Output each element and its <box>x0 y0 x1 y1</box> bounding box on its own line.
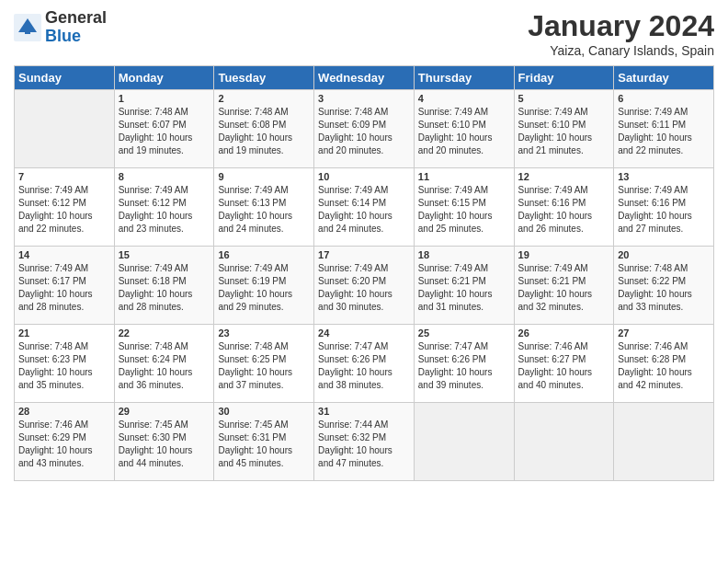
cell-content: Sunrise: 7:49 AM Sunset: 6:12 PM Dayligh… <box>119 184 210 236</box>
month-title: January 2024 <box>528 9 714 43</box>
day-number: 8 <box>119 171 210 182</box>
logo-text: General Blue <box>45 9 107 46</box>
cell-content: Sunrise: 7:48 AM Sunset: 6:24 PM Dayligh… <box>119 340 210 392</box>
day-number: 15 <box>119 249 210 260</box>
cell-content: Sunrise: 7:48 AM Sunset: 6:23 PM Dayligh… <box>18 340 110 392</box>
table-row: 28Sunrise: 7:46 AM Sunset: 6:29 PM Dayli… <box>15 403 115 481</box>
cell-content: Sunrise: 7:45 AM Sunset: 6:30 PM Dayligh… <box>119 419 210 470</box>
calendar-week-row: 1Sunrise: 7:48 AM Sunset: 6:07 PM Daylig… <box>15 90 714 168</box>
calendar-week-row: 14Sunrise: 7:49 AM Sunset: 6:17 PM Dayli… <box>15 247 714 325</box>
day-number: 6 <box>618 93 710 104</box>
cell-content: Sunrise: 7:47 AM Sunset: 6:26 PM Dayligh… <box>418 340 510 392</box>
cell-content: Sunrise: 7:49 AM Sunset: 6:19 PM Dayligh… <box>218 262 310 314</box>
header: General Blue January 2024 Yaiza, Canary … <box>14 9 714 58</box>
cell-content: Sunrise: 7:49 AM Sunset: 6:21 PM Dayligh… <box>418 262 510 314</box>
day-number: 25 <box>418 327 510 339</box>
table-row: 29Sunrise: 7:45 AM Sunset: 6:30 PM Dayli… <box>114 403 214 481</box>
header-wednesday: Wednesday <box>314 66 415 90</box>
table-row: 16Sunrise: 7:49 AM Sunset: 6:19 PM Dayli… <box>214 247 314 325</box>
calendar-page: General Blue January 2024 Yaiza, Canary … <box>0 0 728 563</box>
table-row: 23Sunrise: 7:48 AM Sunset: 6:25 PM Dayli… <box>214 325 314 403</box>
table-row: 10Sunrise: 7:49 AM Sunset: 6:14 PM Dayli… <box>314 168 415 247</box>
table-row: 3Sunrise: 7:48 AM Sunset: 6:09 PM Daylig… <box>314 90 415 168</box>
day-number: 4 <box>418 93 510 104</box>
cell-content: Sunrise: 7:49 AM Sunset: 6:15 PM Dayligh… <box>418 184 510 236</box>
day-number: 16 <box>218 249 310 260</box>
table-row: 14Sunrise: 7:49 AM Sunset: 6:17 PM Dayli… <box>15 247 115 325</box>
cell-content: Sunrise: 7:49 AM Sunset: 6:13 PM Dayligh… <box>218 184 310 236</box>
table-row: 31Sunrise: 7:44 AM Sunset: 6:32 PM Dayli… <box>314 403 415 481</box>
header-tuesday: Tuesday <box>214 66 314 90</box>
cell-content: Sunrise: 7:48 AM Sunset: 6:07 PM Dayligh… <box>119 106 210 157</box>
day-number: 26 <box>518 327 610 339</box>
day-number: 7 <box>18 171 110 182</box>
header-saturday: Saturday <box>614 66 714 90</box>
table-row: 21Sunrise: 7:48 AM Sunset: 6:23 PM Dayli… <box>15 325 115 403</box>
day-number: 29 <box>119 406 210 417</box>
table-row: 7Sunrise: 7:49 AM Sunset: 6:12 PM Daylig… <box>15 168 115 247</box>
calendar-week-row: 28Sunrise: 7:46 AM Sunset: 6:29 PM Dayli… <box>15 403 714 481</box>
table-row: 6Sunrise: 7:49 AM Sunset: 6:11 PM Daylig… <box>614 90 714 168</box>
day-number: 11 <box>418 171 510 182</box>
table-row <box>15 90 115 168</box>
cell-content: Sunrise: 7:49 AM Sunset: 6:10 PM Dayligh… <box>518 106 610 157</box>
cell-content: Sunrise: 7:49 AM Sunset: 6:11 PM Dayligh… <box>618 106 710 157</box>
table-row: 22Sunrise: 7:48 AM Sunset: 6:24 PM Dayli… <box>114 325 214 403</box>
table-row: 9Sunrise: 7:49 AM Sunset: 6:13 PM Daylig… <box>214 168 314 247</box>
day-number: 18 <box>418 249 510 260</box>
calendar-week-row: 7Sunrise: 7:49 AM Sunset: 6:12 PM Daylig… <box>15 168 714 247</box>
header-monday: Monday <box>114 66 214 90</box>
day-number: 1 <box>119 93 210 104</box>
table-row: 15Sunrise: 7:49 AM Sunset: 6:18 PM Dayli… <box>114 247 214 325</box>
header-sunday: Sunday <box>15 66 115 90</box>
header-thursday: Thursday <box>414 66 514 90</box>
table-row: 27Sunrise: 7:46 AM Sunset: 6:28 PM Dayli… <box>614 325 714 403</box>
day-number: 17 <box>318 249 410 260</box>
day-number: 13 <box>618 171 710 182</box>
title-block: January 2024 Yaiza, Canary Islands, Spai… <box>528 9 714 58</box>
svg-rect-2 <box>25 25 30 34</box>
day-number: 14 <box>18 249 110 260</box>
day-number: 3 <box>318 93 410 104</box>
cell-content: Sunrise: 7:49 AM Sunset: 6:17 PM Dayligh… <box>18 262 110 314</box>
table-row: 13Sunrise: 7:49 AM Sunset: 6:16 PM Dayli… <box>614 168 714 247</box>
logo-blue: Blue <box>45 28 107 46</box>
table-row <box>614 403 714 481</box>
logo-general: General <box>45 9 107 28</box>
day-number: 20 <box>618 249 710 260</box>
cell-content: Sunrise: 7:49 AM Sunset: 6:10 PM Dayligh… <box>418 106 510 157</box>
day-number: 28 <box>18 406 110 417</box>
table-row: 19Sunrise: 7:49 AM Sunset: 6:21 PM Dayli… <box>514 247 614 325</box>
day-number: 5 <box>518 93 610 104</box>
cell-content: Sunrise: 7:49 AM Sunset: 6:12 PM Dayligh… <box>18 184 110 236</box>
logo-icon <box>14 14 41 41</box>
day-number: 24 <box>318 327 410 339</box>
cell-content: Sunrise: 7:47 AM Sunset: 6:26 PM Dayligh… <box>318 340 410 392</box>
table-row: 5Sunrise: 7:49 AM Sunset: 6:10 PM Daylig… <box>514 90 614 168</box>
table-row: 26Sunrise: 7:46 AM Sunset: 6:27 PM Dayli… <box>514 325 614 403</box>
table-row: 30Sunrise: 7:45 AM Sunset: 6:31 PM Dayli… <box>214 403 314 481</box>
calendar-table: Sunday Monday Tuesday Wednesday Thursday… <box>14 65 714 481</box>
day-number: 10 <box>318 171 410 182</box>
day-number: 27 <box>618 327 710 339</box>
table-row: 20Sunrise: 7:48 AM Sunset: 6:22 PM Dayli… <box>614 247 714 325</box>
cell-content: Sunrise: 7:44 AM Sunset: 6:32 PM Dayligh… <box>318 419 410 470</box>
cell-content: Sunrise: 7:48 AM Sunset: 6:08 PM Dayligh… <box>218 106 310 157</box>
day-number: 30 <box>218 406 310 417</box>
table-row: 24Sunrise: 7:47 AM Sunset: 6:26 PM Dayli… <box>314 325 415 403</box>
cell-content: Sunrise: 7:49 AM Sunset: 6:21 PM Dayligh… <box>518 262 610 314</box>
day-number: 12 <box>518 171 610 182</box>
day-number: 21 <box>18 327 110 339</box>
table-row: 12Sunrise: 7:49 AM Sunset: 6:16 PM Dayli… <box>514 168 614 247</box>
table-row: 17Sunrise: 7:49 AM Sunset: 6:20 PM Dayli… <box>314 247 415 325</box>
cell-content: Sunrise: 7:49 AM Sunset: 6:16 PM Dayligh… <box>618 184 710 236</box>
location-subtitle: Yaiza, Canary Islands, Spain <box>528 43 714 58</box>
day-number: 9 <box>218 171 310 182</box>
table-row: 11Sunrise: 7:49 AM Sunset: 6:15 PM Dayli… <box>414 168 514 247</box>
day-number: 23 <box>218 327 310 339</box>
cell-content: Sunrise: 7:48 AM Sunset: 6:09 PM Dayligh… <box>318 106 410 157</box>
calendar-week-row: 21Sunrise: 7:48 AM Sunset: 6:23 PM Dayli… <box>15 325 714 403</box>
cell-content: Sunrise: 7:46 AM Sunset: 6:28 PM Dayligh… <box>618 340 710 392</box>
table-row: 8Sunrise: 7:49 AM Sunset: 6:12 PM Daylig… <box>114 168 214 247</box>
cell-content: Sunrise: 7:46 AM Sunset: 6:27 PM Dayligh… <box>518 340 610 392</box>
